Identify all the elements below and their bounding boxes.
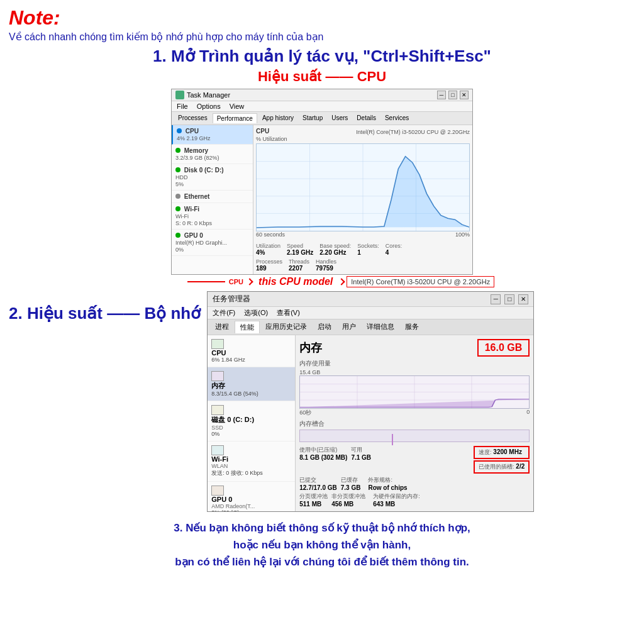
tm2-mem-name: 内存 [211, 381, 291, 391]
tm1-menu-file[interactable]: File [177, 103, 188, 110]
tm2-sidebar-gpu[interactable]: GPU 0 AMD Radeon(T... 3% (39 °C) [208, 482, 295, 511]
tm2-menubar: 文件(F) 选项(O) 查看(V) [208, 307, 533, 319]
tm1-stat-threads: Threads 2207 [289, 258, 309, 272]
tm1-stat-utilization: Utilization 4% [256, 243, 280, 256]
step1-main: 1. Mở Trình quản lý tác vụ, "Ctrl+Shift+… [9, 47, 635, 66]
step3-text: 3. Nếu bạn không biết thông số kỹ thuật … [9, 519, 635, 571]
tm2-tab-apphistory[interactable]: 应用历史记录 [260, 321, 312, 333]
tm1-stat-speed: Speed 2.19 GHz [287, 243, 313, 256]
tm2-mem-val: 8.3/15.4 GB (54%) [211, 391, 291, 397]
tm1-menu-options[interactable]: Options [197, 103, 221, 110]
tm1-sidebar-disk[interactable]: Disk 0 (C: D:) HDD 5% [172, 164, 253, 191]
tm1-close-btn[interactable]: ✕ [460, 91, 469, 99]
tm2-menu-view[interactable]: 查看(V) [277, 308, 300, 318]
tm2-mem-title: 内存 [299, 340, 322, 355]
tm2-cpu-icon [211, 339, 224, 349]
tm1-util-range: 100% [455, 231, 470, 238]
tm1-cpu-label: CPU [186, 128, 199, 135]
step3-line3: bạn có thể liên hệ lại với chúng tôi để … [9, 553, 635, 570]
tm2-tab-services[interactable]: 服务 [400, 321, 424, 333]
tm2-sidebar-memory[interactable]: 内存 8.3/15.4 GB (54%) [208, 367, 295, 401]
tm1-tab-apphistory[interactable]: App history [258, 113, 297, 123]
tm2-close-btn[interactable]: ✕ [518, 294, 528, 304]
ethernet-dot-icon [175, 194, 180, 199]
tm2-tab-users[interactable]: 用户 [337, 321, 361, 333]
tm1-stat-basespeed: Base speed: 2.20 GHz [319, 243, 351, 256]
tm1-ethernet-label: Ethernet [184, 193, 210, 200]
tm1-tab-processes[interactable]: Processes [174, 113, 211, 123]
tm2-chart-min: 0 [526, 409, 530, 417]
tm1-tab-details[interactable]: Details [353, 113, 380, 123]
tm2-stat-speed: 速度: 3200 MHz 已使用的插槽: 2/2 [474, 446, 530, 474]
tm1-tab-performance[interactable]: Performance [213, 113, 257, 123]
tm1-restore-btn[interactable]: □ [448, 91, 457, 99]
tm1-title: Task Manager [187, 91, 230, 99]
cpu-model-arrow-icon [338, 278, 345, 285]
cpu-model-badge: Intel(R) Core(TM) i3-5020U CPU @ 2.20GHz [347, 276, 494, 287]
tm1-sidebar: CPU 4% 2.19 GHz Memory 3.2/3.9 GB (82%) … [172, 125, 253, 274]
tm1-sidebar-cpu[interactable]: CPU 4% 2.19 GHz [172, 125, 253, 145]
tm1-menu-view[interactable]: View [230, 103, 245, 110]
task-manager-window1: Task Manager ─ □ ✕ File Options View Pro… [171, 89, 473, 275]
tm2-tab-performance[interactable]: 性能 [235, 321, 260, 333]
cpu-arrow-label: CPU [229, 278, 243, 286]
tm1-disk-type: HDD [175, 174, 188, 180]
tm1-gpu-sub: Intel(R) HD Graphi... [175, 240, 227, 246]
tm2-chart-time: 60秒 [299, 409, 311, 417]
step2-label: 2. Hiệu suất —— Bộ nhớ [9, 291, 201, 323]
tm1-sidebar-ethernet[interactable]: Ethernet [172, 191, 253, 203]
tm2-sidebar-wifi[interactable]: Wi-Fi WLAN 发送: 0 接收: 0 Kbps [208, 441, 295, 482]
tm2-cpu-val: 6% 1.84 GHz [211, 357, 291, 363]
tm2-menu-options[interactable]: 选项(O) [244, 308, 268, 318]
tm2-menu-file[interactable]: 文件(F) [213, 308, 235, 318]
tm2-sidebar-disk[interactable]: 磁盘 0 (C: D:) SSD 0% [208, 401, 295, 441]
tm2-restore-btn[interactable]: □ [504, 294, 514, 304]
tm1-wifi-val: S: 0 R: 0 Kbps [175, 220, 212, 226]
note-subtitle: Về cách nhanh chóng tìm kiếm bộ nhớ phù … [9, 31, 635, 43]
tm1-wifi-label: Wi-Fi [184, 206, 199, 213]
tm1-tab-startup[interactable]: Startup [299, 113, 326, 123]
tm2-wifi-type: WLAN [211, 463, 291, 469]
wifi-dot-icon [175, 206, 180, 211]
tm2-gpu-val: 3% (39 °C) [211, 509, 291, 511]
tm1-gpu-label: GPU 0 [184, 232, 203, 239]
tm2-cache-chart [299, 430, 530, 442]
tm1-tab-users[interactable]: Users [328, 113, 352, 123]
disk-dot-icon [175, 167, 180, 172]
tm1-stat-cores: Cores: 4 [386, 243, 402, 256]
tm2-tab-details[interactable]: 详细信息 [362, 321, 399, 333]
tm2-disk-name: 磁盘 0 (C: D:) [211, 415, 291, 425]
tm1-minimize-btn[interactable]: ─ [437, 91, 446, 99]
cpu-annotation-row: CPU this CPU model Intel(R) Core(TM) i3-… [9, 276, 635, 287]
tm1-disk-val: 5% [175, 181, 184, 187]
tm2-tab-startup[interactable]: 启动 [313, 321, 336, 333]
tm2-sidebar: CPU 6% 1.84 GHz 内存 8.3/15.4 GB (54%) 磁盘 … [208, 335, 296, 511]
tm1-cpu-chart-label: CPU [256, 128, 269, 135]
tm2-wifi-name: Wi-Fi [211, 455, 291, 463]
tm1-titlebar: Task Manager ─ □ ✕ [172, 89, 472, 101]
cpu-dot-icon [177, 128, 182, 133]
tm2-size-badge: 16.0 GB [477, 339, 530, 357]
tm2-main: 内存 16.0 GB 内存使用量 15.4 GB [296, 335, 533, 511]
tm2-wifi-icon [211, 445, 224, 455]
tm1-wifi-sub: Wi-Fi [175, 213, 189, 219]
cpu-arrowhead-icon [246, 278, 253, 285]
tm2-stat-cached: 已缓存 7.3 GB [341, 476, 361, 491]
step1-sub: Hiệu suất —— CPU [9, 69, 635, 85]
tm1-icon [175, 91, 184, 99]
tm2-cpu-name: CPU [211, 349, 291, 357]
tm1-stat-handles: Handles 79759 [316, 258, 336, 272]
tm1-sidebar-gpu[interactable]: GPU 0 Intel(R) HD Graphi... 0% [172, 230, 253, 256]
tm1-sidebar-memory[interactable]: Memory 3.2/3.9 GB (82%) [172, 145, 253, 164]
tm2-minimize-btn[interactable]: ─ [491, 294, 501, 304]
cpu-arrow-left [187, 281, 225, 282]
tm2-sidebar-cpu[interactable]: CPU 6% 1.84 GHz [208, 335, 295, 367]
tm2-mem-icon [211, 371, 224, 381]
tm2-wifi-val: 发送: 0 接收: 0 Kbps [211, 469, 291, 477]
tm1-tab-services[interactable]: Services [381, 113, 413, 123]
cpu-model-label: this CPU model [258, 276, 333, 287]
tm2-disk-type: SSD [211, 425, 291, 431]
tm2-gpu-type: AMD Radeon(T... [211, 503, 291, 509]
tm1-sidebar-wifi[interactable]: Wi-Fi Wi-Fi S: 0 R: 0 Kbps [172, 203, 253, 230]
tm2-tab-processes[interactable]: 进程 [210, 321, 234, 333]
